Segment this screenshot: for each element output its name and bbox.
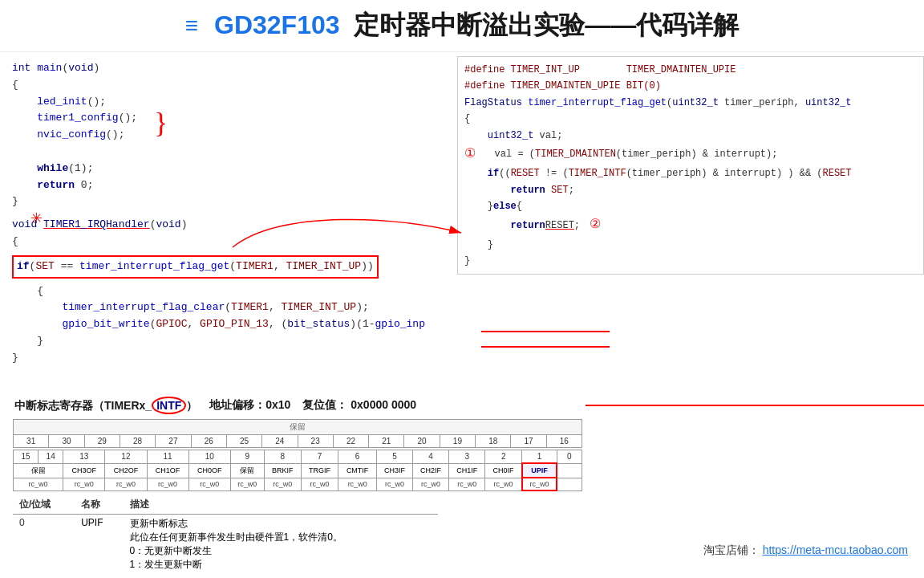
define-line-4: { bbox=[464, 111, 917, 127]
upif-name: UPIF bbox=[75, 515, 123, 575]
reserved-label-upper: 保留 bbox=[14, 420, 582, 435]
irq-func-declaration: void TIMER1_IRQHandler(void) bbox=[12, 217, 445, 234]
register-label: 中断标志寄存器（TIMERx_INTF） bbox=[14, 397, 197, 414]
define-line-6: ① val = (TIMER_DMAINTEN(timer_periph) & … bbox=[464, 144, 917, 165]
bit-numbers-upper: 31 30 29 28 27 26 25 24 23 22 21 20 19 1… bbox=[14, 435, 582, 448]
define-code-panel: #define TIMER_INT_UP TIMER_DMAINTEN_UPIE… bbox=[457, 56, 924, 275]
define-line-7: if((RESET != (TIMER_INTF(timer_periph) &… bbox=[464, 165, 917, 181]
upif-desc: 更新中断标志 此位在任何更新事件发生时由硬件置1，软件清0。 0：无更新中断发生… bbox=[124, 515, 438, 575]
irq-inner-brace: { bbox=[12, 283, 445, 300]
irq-handler-code: void TIMER1_IRQHandler(void) { if(SET ==… bbox=[12, 217, 445, 366]
upif-desc-3: 0：无更新中断发生 bbox=[130, 544, 432, 558]
field-desc-header: 位/位域 名称 描述 bbox=[13, 495, 438, 515]
define-line-2: #define TIMER_DMAINTEN_UPIE BIT(0) bbox=[464, 78, 917, 94]
field-desc-table: 位/位域 名称 描述 0 UPIF 更新中断标志 此位在任何更新事件发生时由硬件… bbox=[13, 495, 438, 574]
col-name: 名称 bbox=[75, 495, 123, 515]
bit-access-lower: rc_w0 rc_w0 rc_w0 rc_w0 rc_w0 rc_w0 rc_w… bbox=[14, 478, 582, 490]
code-line-9: } bbox=[12, 193, 445, 210]
reset-value: 复位值： 0x0000 0000 bbox=[302, 398, 416, 413]
irq-brace-close: } bbox=[12, 350, 445, 367]
define-line-10: return RESET; ② bbox=[464, 214, 917, 236]
register-bits-upper: 保留 31 30 29 28 27 26 25 24 23 22 21 20 1… bbox=[13, 419, 582, 448]
code-line-7: while(1); bbox=[12, 161, 445, 177]
col-bit: 位/位域 bbox=[13, 495, 75, 515]
bit-numbers-lower: 15 14 13 12 11 10 9 8 7 6 5 4 3 2 1 0 bbox=[14, 450, 582, 464]
define-line-12: } bbox=[464, 253, 917, 269]
code-line-4: timer1_config(); bbox=[12, 110, 445, 127]
upif-desc-4: 1：发生更新中断 bbox=[130, 558, 432, 572]
code-line-5: nvic_config(); bbox=[12, 127, 445, 144]
title-chinese: 定时器中断溢出实验——代码详解 bbox=[354, 10, 739, 39]
irq-inner-close: } bbox=[12, 333, 445, 350]
define-line-5: uint32_t val; bbox=[464, 128, 917, 144]
irq-func-body: { if(SET == timer_interrupt_flag_get(TIM… bbox=[12, 234, 445, 367]
reserved-row-upper: 保留 bbox=[14, 420, 582, 435]
register-table-container: 保留 31 30 29 28 27 26 25 24 23 22 21 20 1… bbox=[13, 419, 582, 491]
code-line-1: int main(void) bbox=[12, 60, 445, 77]
header: ≡ GD32F103 定时器中断溢出实验——代码详解 bbox=[0, 0, 924, 52]
irq-if-condition: if(SET == timer_interrupt_flag_get(TIMER… bbox=[12, 254, 445, 280]
define-line-3: FlagStatus timer_interrupt_flag_get(uint… bbox=[464, 95, 917, 111]
bit-labels-lower: 保留 CH3OF CH2OF CH1OF CH0OF 保留 BRKIF TRGI… bbox=[14, 463, 582, 478]
define-line-8: return SET; bbox=[464, 182, 917, 198]
taobao-section: 淘宝店铺： https://meta-mcu.taobao.com bbox=[703, 543, 908, 558]
address-offset: 地址偏移：0x10 bbox=[209, 398, 290, 413]
code-line-2: { bbox=[12, 77, 445, 94]
upif-bit-num: 0 bbox=[13, 515, 75, 575]
code-line-8: return 0; bbox=[12, 177, 445, 194]
menu-icon: ≡ bbox=[185, 13, 198, 39]
upif-desc-1: 更新中断标志 bbox=[130, 517, 432, 531]
intf-circle: INTF bbox=[152, 397, 186, 414]
upif-desc-2: 此位在任何更新事件发生时由硬件置1，软件清0。 bbox=[130, 531, 432, 544]
taobao-link[interactable]: https://meta-mcu.taobao.com bbox=[763, 543, 908, 556]
page-title: GD32F103 定时器中断溢出实验——代码详解 bbox=[214, 8, 739, 43]
irq-brace-open: { bbox=[12, 234, 445, 250]
main-function-code: int main(void) { led_init(); timer1_conf… bbox=[12, 60, 445, 210]
register-section: 中断标志寄存器（TIMERx_INTF） 地址偏移：0x10 复位值： 0x00… bbox=[0, 388, 586, 578]
chip-name: GD32F103 bbox=[214, 10, 340, 39]
register-header: 中断标志寄存器（TIMERx_INTF） 地址偏移：0x10 复位值： 0x00… bbox=[6, 392, 579, 419]
define-line-1: #define TIMER_INT_UP TIMER_DMAINTEN_UPIE bbox=[464, 62, 917, 78]
define-line-11: } bbox=[464, 237, 917, 253]
taobao-label: 淘宝店铺： bbox=[703, 543, 760, 556]
irq-gpio-write: gpio_bit_write(GPIOC, GPIO_PIN_13, (bit_… bbox=[12, 316, 445, 333]
col-desc: 描述 bbox=[124, 495, 438, 515]
code-line-3: led_init(); bbox=[12, 94, 445, 111]
code-line-6 bbox=[12, 144, 445, 161]
irq-clear-flag: timer_interrupt_flag_clear(TIMER1, TIMER… bbox=[12, 299, 445, 316]
define-line-9: }else{ bbox=[464, 198, 917, 214]
register-bits-lower: 15 14 13 12 11 10 9 8 7 6 5 4 3 2 1 0 保留… bbox=[13, 450, 582, 491]
upif-desc-row: 0 UPIF 更新中断标志 此位在任何更新事件发生时由硬件置1，软件清0。 0：… bbox=[13, 515, 438, 575]
